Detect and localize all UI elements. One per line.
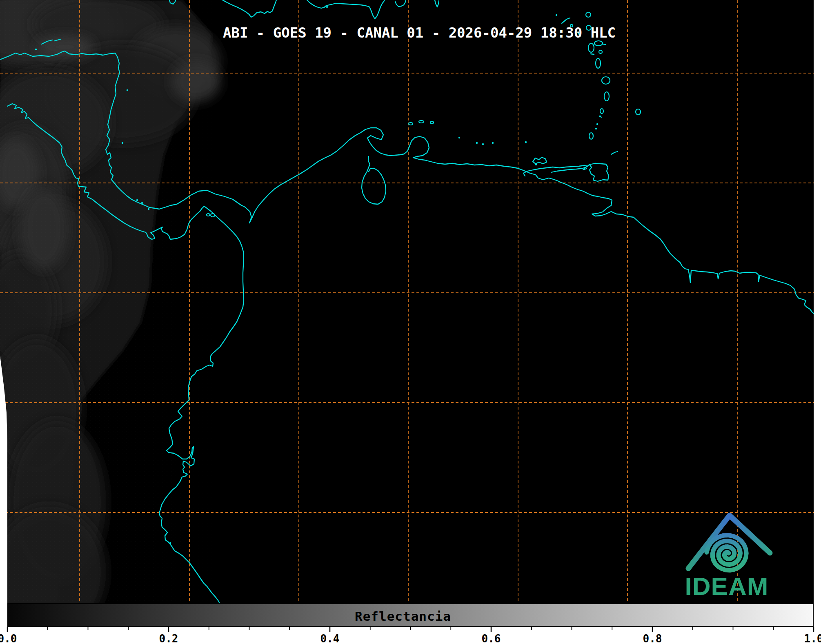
tick-label: 0.0: [0, 633, 17, 644]
islet-dot: [476, 142, 478, 144]
map-title: ABI - GOES 19 - CANAL 01 - 2026-04-29 18…: [223, 25, 616, 41]
coastline-les-saintes-dash: [591, 54, 594, 54]
tick-label: 0.8: [643, 633, 662, 644]
islet-dot: [35, 49, 37, 50]
islet-dot: [535, 164, 537, 165]
islet-dot: [596, 123, 598, 125]
colorbar-axis: 0.00.20.40.60.81.0: [0, 627, 821, 644]
islet-dot: [525, 141, 527, 143]
islet-dot: [127, 89, 128, 91]
islet-dot: [482, 143, 484, 145]
colorbar-tick-labels: 0.00.20.40.60.81.0: [0, 633, 821, 644]
islet-dot: [492, 142, 494, 144]
colorbar-title: Reflectancia: [355, 609, 451, 624]
logo-wordmark: IDEAM: [685, 572, 769, 601]
tick-label: 0.2: [159, 633, 178, 644]
coastline-guadeloupe-dash: [603, 44, 606, 45]
satellite-map-area: ABI - GOES 19 - CANAL 01 - 2026-04-29 18…: [0, 0, 814, 603]
islet-dot: [141, 202, 143, 204]
islet-dot: [148, 208, 149, 210]
tick-label: 0.6: [482, 633, 501, 644]
islet-dot: [122, 142, 123, 144]
logo-spiral-shape: [707, 535, 746, 570]
islet-dot: [136, 199, 138, 201]
islet-dot: [556, 14, 557, 16]
islet-dot: [326, 6, 328, 8]
tick-label: 0.4: [320, 633, 340, 644]
goes-satellite-product-page: ABI - GOES 19 - CANAL 01 - 2026-04-29 18…: [0, 0, 821, 644]
colorbar-ticks: [7, 627, 814, 632]
islet-dot: [169, 542, 171, 544]
islet-dot: [595, 128, 597, 129]
tick-label: 1.0: [804, 633, 821, 644]
islet-dot: [458, 137, 460, 138]
islet-dot: [599, 116, 601, 117]
